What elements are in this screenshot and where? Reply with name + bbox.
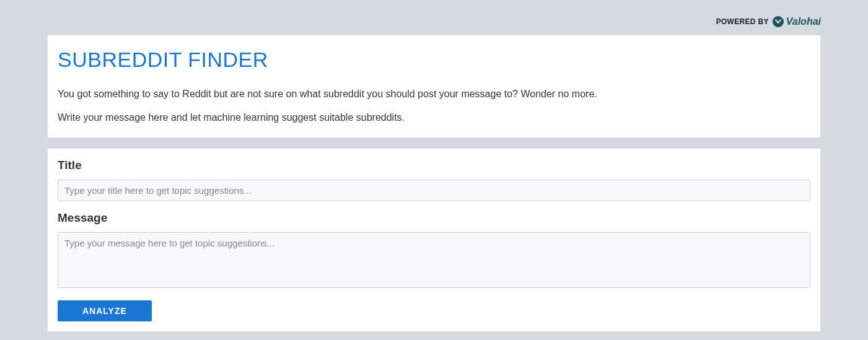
message-input[interactable] xyxy=(58,232,810,288)
powered-by-label: POWERED BY xyxy=(716,17,769,26)
analyze-button[interactable]: ANALYZE xyxy=(58,300,152,321)
valohai-brand-text: Valohai xyxy=(786,16,821,27)
intro-card: SUBREDDIT FINDER You got something to sa… xyxy=(47,35,821,138)
page-title: SUBREDDIT FINDER xyxy=(58,48,810,72)
powered-by-badge: POWERED BY Valohai xyxy=(0,0,868,35)
valohai-logo-link[interactable]: Valohai xyxy=(773,16,821,27)
intro-description-1: You got something to say to Reddit but a… xyxy=(58,87,810,102)
intro-description-2: Write your message here and let machine … xyxy=(58,110,810,125)
form-card: Title Message ANALYZE xyxy=(47,148,821,332)
title-input[interactable] xyxy=(58,180,810,201)
title-field-label: Title xyxy=(58,159,810,172)
message-field-label: Message xyxy=(58,211,810,225)
valohai-icon xyxy=(773,16,784,27)
